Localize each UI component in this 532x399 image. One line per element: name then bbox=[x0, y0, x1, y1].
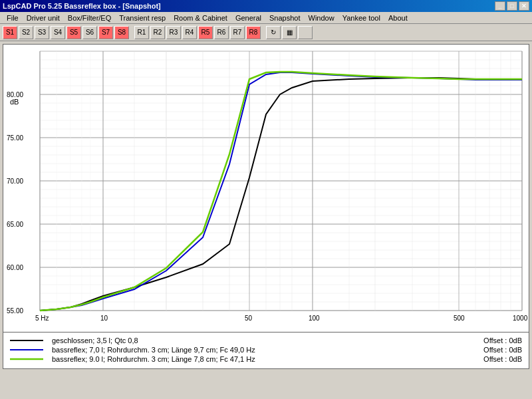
legend-line-black bbox=[10, 336, 47, 344]
frequency-chart: dB 80.00 75.00 70.00 65.00 60.00 bbox=[3, 45, 529, 331]
tab-s3[interactable]: S3 bbox=[35, 26, 49, 39]
tab-r1[interactable]: R1 bbox=[134, 26, 149, 39]
tab-s2[interactable]: S2 bbox=[19, 26, 33, 39]
svg-text:60.00: 60.00 bbox=[7, 264, 23, 271]
close-button[interactable]: ✕ bbox=[519, 1, 529, 11]
menu-window[interactable]: Window bbox=[305, 13, 338, 23]
legend-line-green bbox=[10, 355, 47, 363]
legend-offset-0: Offset : 0dB bbox=[483, 336, 522, 344]
tab-s1[interactable]: S1 bbox=[3, 26, 17, 39]
tab-s8[interactable]: S8 bbox=[114, 26, 129, 39]
legend-text-1: bassreflex; 7,0 l; Rohrdurchm. 3 cm; Län… bbox=[52, 346, 255, 354]
tab-r5[interactable]: R5 bbox=[198, 26, 213, 39]
menu-yankee[interactable]: Yankee tool bbox=[338, 13, 384, 23]
minimize-button[interactable]: _ bbox=[495, 1, 505, 11]
svg-text:1000: 1000 bbox=[513, 315, 528, 322]
y-axis-label: dB bbox=[10, 98, 19, 106]
tab-s5[interactable]: S5 bbox=[66, 26, 81, 39]
svg-text:70.00: 70.00 bbox=[7, 178, 23, 185]
tab-r2[interactable]: R2 bbox=[150, 26, 165, 39]
menu-file[interactable]: File bbox=[3, 13, 23, 23]
main-content: dB 80.00 75.00 70.00 65.00 60.00 bbox=[0, 41, 532, 372]
legend-text-0: geschlossen; 3,5 l; Qtc 0,8 bbox=[52, 336, 138, 344]
tab-r8[interactable]: R8 bbox=[246, 26, 261, 39]
chart-container: dB 80.00 75.00 70.00 65.00 60.00 bbox=[3, 44, 529, 332]
menu-about[interactable]: About bbox=[384, 13, 412, 23]
svg-text:55.00: 55.00 bbox=[7, 307, 23, 315]
settings-icon[interactable]: ▦ bbox=[282, 26, 297, 39]
svg-text:500: 500 bbox=[454, 315, 465, 322]
legend: geschlossen; 3,5 l; Qtc 0,8 Offset : 0dB… bbox=[3, 332, 529, 369]
menu-general[interactable]: General bbox=[231, 13, 265, 23]
svg-text:100: 100 bbox=[309, 315, 320, 322]
svg-text:10: 10 bbox=[100, 315, 108, 322]
legend-row-2: bassreflex; 9.0 l; Rohrdurchm. 3 cm; Län… bbox=[10, 355, 522, 363]
legend-line-blue bbox=[10, 346, 47, 354]
tab-s4[interactable]: S4 bbox=[51, 26, 65, 39]
title-text: LspCAD Pro 5.25 Bassreflex box - [Snapsh… bbox=[3, 2, 161, 10]
legend-offset-1: Offset : 0dB bbox=[483, 346, 522, 354]
menu-room[interactable]: Room & Cabinet bbox=[170, 13, 231, 23]
refresh-icon[interactable]: ↻ bbox=[266, 26, 281, 39]
menu-transient[interactable]: Transient resp bbox=[115, 13, 170, 23]
maximize-button[interactable]: □ bbox=[507, 1, 517, 11]
legend-row-0: geschlossen; 3,5 l; Qtc 0,8 Offset : 0dB bbox=[10, 336, 522, 344]
legend-text-2: bassreflex; 9.0 l; Rohrdurchm. 3 cm; Län… bbox=[52, 355, 255, 363]
tab-r3[interactable]: R3 bbox=[166, 26, 181, 39]
menubar: File Driver unit Box/Filter/EQ Transient… bbox=[0, 12, 532, 24]
tab-r6[interactable]: R6 bbox=[214, 26, 229, 39]
tab-r4[interactable]: R4 bbox=[182, 26, 197, 39]
tab-s7[interactable]: S7 bbox=[98, 26, 113, 39]
legend-row-1: bassreflex; 7,0 l; Rohrdurchm. 3 cm; Län… bbox=[10, 346, 522, 354]
menu-box[interactable]: Box/Filter/EQ bbox=[64, 13, 115, 23]
toolbar: S1 S2 S3 S4 S5 S6 S7 S8 R1 R2 R3 R4 R5 R… bbox=[0, 24, 532, 41]
menu-driver[interactable]: Driver unit bbox=[23, 13, 64, 23]
tab-s6[interactable]: S6 bbox=[82, 26, 97, 39]
svg-text:80.00: 80.00 bbox=[7, 91, 23, 98]
extra-icon[interactable] bbox=[298, 26, 313, 39]
svg-text:5 Hz: 5 Hz bbox=[35, 315, 49, 322]
titlebar-controls: _ □ ✕ bbox=[495, 1, 529, 11]
svg-text:50: 50 bbox=[245, 315, 253, 322]
svg-text:75.00: 75.00 bbox=[7, 134, 23, 142]
titlebar: LspCAD Pro 5.25 Bassreflex box - [Snapsh… bbox=[0, 0, 532, 12]
tab-r7[interactable]: R7 bbox=[230, 26, 245, 39]
svg-text:65.00: 65.00 bbox=[7, 221, 23, 228]
legend-offset-2: Offset : 0dB bbox=[483, 355, 522, 363]
menu-snapshot[interactable]: Snapshot bbox=[265, 13, 304, 23]
